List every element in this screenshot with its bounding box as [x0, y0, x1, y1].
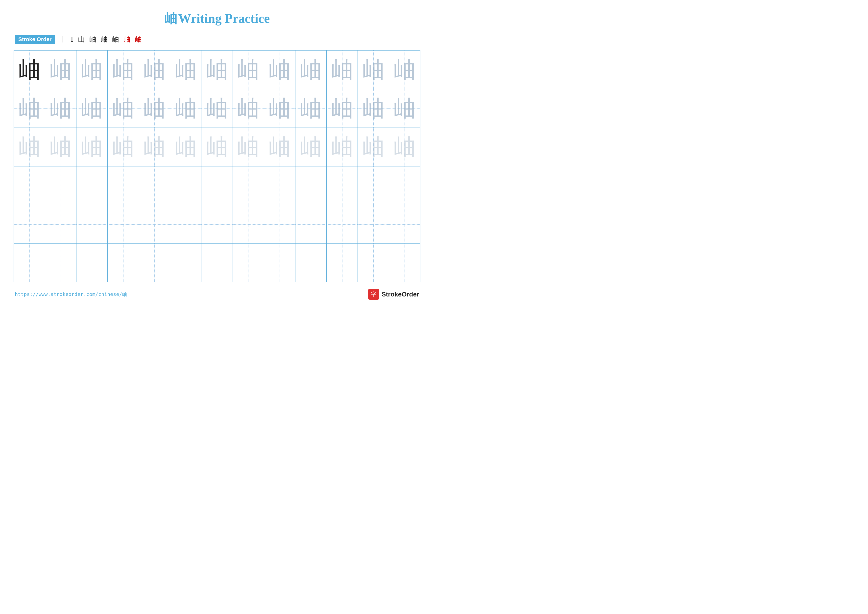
grid-cell[interactable]: [45, 166, 76, 205]
grid-cell[interactable]: [170, 244, 202, 282]
grid-cell: 岫: [358, 89, 389, 127]
grid-cell: 岫: [264, 128, 295, 166]
grid-cell[interactable]: [202, 205, 232, 244]
stroke-step-3: 山: [78, 35, 85, 44]
grid-cell: 岫: [45, 128, 76, 166]
grid-cell: 岫: [14, 89, 45, 127]
grid-cell[interactable]: [170, 205, 202, 244]
page-title: 岫 Writing Practice: [0, 0, 434, 27]
grid-cell[interactable]: [139, 166, 170, 205]
grid-cell[interactable]: [358, 166, 389, 205]
stroke-step-7: 岫: [124, 35, 130, 44]
grid-cell[interactable]: [264, 205, 295, 244]
grid-cell[interactable]: [389, 205, 420, 244]
grid-cell[interactable]: [327, 244, 358, 282]
grid-cell[interactable]: [202, 244, 232, 282]
grid-cell: 岫: [389, 89, 420, 127]
grid-cell: 岫: [295, 89, 327, 127]
grid-cell: 岫: [389, 128, 420, 166]
logo-icon: 字: [368, 289, 379, 300]
grid-cell: 岫: [76, 128, 108, 166]
grid-cell: 岫: [45, 51, 76, 89]
grid-cell: 岫: [108, 51, 139, 89]
grid-cell[interactable]: [170, 166, 202, 205]
footer-url[interactable]: https://www.strokeorder.com/chinese/岫: [15, 291, 127, 298]
grid-cell[interactable]: [108, 244, 139, 282]
stroke-step-8: 岫: [135, 35, 142, 44]
grid-cell[interactable]: [233, 244, 264, 282]
footer-logo: 字 StrokeOrder: [368, 289, 419, 300]
grid-cell[interactable]: [76, 205, 108, 244]
grid-cell[interactable]: [139, 244, 170, 282]
stroke-step-5: 岫: [101, 35, 108, 44]
grid-row-3: 岫 岫 岫 岫 岫 岫 岫 岫 岫 岫 岫 岫 岫: [14, 128, 420, 166]
stroke-step-4: 岫: [89, 35, 96, 44]
grid-cell[interactable]: [14, 166, 45, 205]
grid-cell[interactable]: [264, 244, 295, 282]
grid-cell: 岫: [233, 89, 264, 127]
grid-cell[interactable]: [139, 205, 170, 244]
grid-cell[interactable]: [295, 166, 327, 205]
grid-cell[interactable]: [14, 205, 45, 244]
logo-text: StrokeOrder: [381, 291, 419, 298]
stroke-order-badge: Stroke Order: [15, 35, 55, 44]
grid-cell[interactable]: [264, 166, 295, 205]
grid-cell: 岫: [233, 51, 264, 89]
grid-cell[interactable]: [233, 205, 264, 244]
grid-cell[interactable]: [327, 205, 358, 244]
grid-cell: 岫: [170, 89, 202, 127]
grid-cell: 岫: [389, 51, 420, 89]
practice-grid: 岫 岫 岫 岫 岫 岫 岫 岫 岫 岫 岫 岫 岫 岫 岫 岫 岫 岫 岫 岫 …: [14, 50, 420, 282]
grid-cell: 岫: [358, 51, 389, 89]
grid-cell: 岫: [170, 51, 202, 89]
stroke-step-1: 丨: [60, 35, 67, 44]
grid-cell: 岫: [327, 51, 358, 89]
grid-cell: 岫: [170, 128, 202, 166]
grid-cell[interactable]: [327, 166, 358, 205]
grid-cell: 岫: [358, 128, 389, 166]
grid-cell[interactable]: [108, 166, 139, 205]
grid-cell: 岫: [76, 89, 108, 127]
grid-cell[interactable]: [14, 244, 45, 282]
grid-cell: 岫: [139, 51, 170, 89]
grid-cell[interactable]: [358, 205, 389, 244]
grid-cell: 岫: [327, 128, 358, 166]
grid-cell[interactable]: [233, 166, 264, 205]
grid-row-1: 岫 岫 岫 岫 岫 岫 岫 岫 岫 岫 岫 岫 岫: [14, 51, 420, 89]
grid-cell[interactable]: [76, 166, 108, 205]
footer: https://www.strokeorder.com/chinese/岫 字 …: [0, 289, 434, 300]
grid-cell: 岫: [45, 89, 76, 127]
grid-cell: 岫: [264, 51, 295, 89]
grid-cell: 岫: [202, 128, 232, 166]
title-label: Writing Practice: [178, 11, 270, 25]
grid-cell[interactable]: [295, 205, 327, 244]
grid-cell: 岫: [233, 128, 264, 166]
grid-cell: 岫: [14, 51, 45, 89]
grid-cell: 岫: [264, 89, 295, 127]
grid-cell[interactable]: [108, 205, 139, 244]
grid-cell[interactable]: [202, 166, 232, 205]
stroke-step-2: 𠃊: [71, 36, 73, 44]
grid-cell: 岫: [327, 89, 358, 127]
grid-row-4: [14, 166, 420, 205]
stroke-order-row: Stroke Order 丨 𠃊 山 岫 岫 岫 岫 岫: [0, 32, 434, 47]
stroke-step-6: 岫: [112, 35, 119, 44]
grid-cell[interactable]: [76, 244, 108, 282]
grid-cell[interactable]: [45, 205, 76, 244]
grid-row-5: [14, 205, 420, 244]
grid-cell[interactable]: [358, 244, 389, 282]
grid-cell: 岫: [202, 51, 232, 89]
grid-cell: 岫: [295, 128, 327, 166]
title-char: 岫: [164, 11, 177, 25]
grid-cell: 岫: [295, 51, 327, 89]
grid-cell[interactable]: [295, 244, 327, 282]
grid-row-2: 岫 岫 岫 岫 岫 岫 岫 岫 岫 岫 岫 岫 岫: [14, 89, 420, 128]
grid-cell: 岫: [14, 128, 45, 166]
grid-cell: 岫: [202, 89, 232, 127]
grid-cell[interactable]: [389, 244, 420, 282]
grid-cell[interactable]: [389, 166, 420, 205]
grid-row-6: [14, 244, 420, 282]
grid-cell[interactable]: [45, 244, 76, 282]
grid-cell: 岫: [76, 51, 108, 89]
grid-cell: 岫: [108, 128, 139, 166]
